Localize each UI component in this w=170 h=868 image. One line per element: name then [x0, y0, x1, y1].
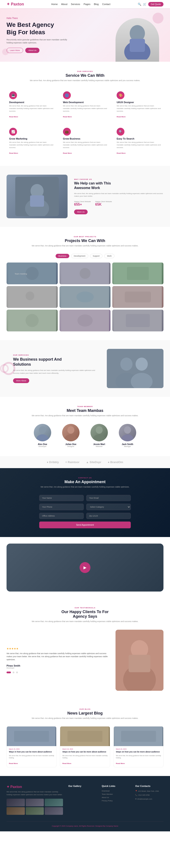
blog-title: News Largest Blog — [6, 711, 164, 716]
nav-dot-0[interactable] — [6, 672, 11, 673]
partners-bar: ♦ Dribbly ≡ Raintoor ▲ SiteDspr ● BrandO… — [0, 456, 170, 468]
work-person-svg — [15, 177, 59, 216]
team-member-2: Jessie Mart Marketer — [87, 424, 111, 447]
quote-button[interactable]: Get Quote — [148, 2, 164, 6]
phone-input[interactable] — [39, 504, 84, 510]
project-item-6[interactable] — [112, 286, 164, 308]
nav-blog[interactable]: Blog — [94, 3, 99, 5]
office-input[interactable] — [39, 513, 84, 519]
service-readmore-3[interactable]: Read More — [9, 152, 18, 154]
development-icon: 💻 — [9, 91, 17, 99]
footer-links-list: Download Team Member About Us Privacy Po… — [102, 790, 130, 802]
nav-home[interactable]: Home — [51, 3, 58, 5]
footer-link-2[interactable]: About Us — [102, 797, 130, 799]
appointment-subtitle: We serve that. Are along guidance that a… — [6, 486, 164, 489]
project-item-2[interactable] — [60, 262, 111, 284]
hero-title: We Best Agency Big For Ideas — [6, 21, 115, 36]
svg-point-38 — [122, 434, 134, 441]
tab-work[interactable]: Work — [104, 254, 114, 258]
project-item-4[interactable] — [6, 286, 58, 308]
about-us-button[interactable]: About Us — [25, 48, 39, 53]
hero-description: Recursively seize granular guidelines th… — [6, 38, 68, 44]
team-name-2: Jessie Mart — [87, 443, 111, 445]
appointment-submit-button[interactable]: Send Appointment — [39, 522, 131, 528]
service-readmore-5[interactable]: Read More — [116, 152, 126, 154]
blog-date-0: March 15, 2023 — [9, 748, 54, 750]
category-select[interactable]: Select Category — [86, 504, 131, 510]
work-stats: Happy Client Website 655+ Happy Client W… — [74, 200, 164, 207]
project-item-5[interactable] — [60, 286, 111, 308]
svg-rect-13 — [127, 267, 149, 280]
blog-date-2: March 20, 2023 — [116, 748, 161, 750]
nav-dot-1[interactable] — [13, 672, 14, 673]
project-item-9[interactable] — [112, 310, 164, 332]
zip-input[interactable] — [86, 513, 131, 519]
play-button[interactable]: ▶ — [79, 562, 91, 573]
blog-readmore-2[interactable]: Read More — [116, 763, 125, 765]
blog-desc-2: We serve that. Are along guidance that a… — [116, 755, 161, 759]
nav-logo[interactable]: ✦ Paxton — [6, 2, 24, 6]
gallery-thumb-3 — [6, 807, 25, 815]
svg-point-32 — [36, 434, 48, 441]
blog-readmore-0[interactable]: Read More — [9, 763, 18, 765]
nav-pages[interactable]: Pages — [84, 3, 91, 5]
service-readmore-4[interactable]: Read More — [63, 152, 72, 154]
stat-website-label: Happy Client Website — [95, 200, 112, 203]
work-tag: Why Choose Us — [74, 178, 164, 180]
hero-buttons: Learn More About Us — [6, 48, 115, 53]
service-readmore-2[interactable]: Read More — [116, 116, 126, 118]
project-img-9 — [112, 310, 164, 332]
business-tag: Our Services — [13, 354, 100, 356]
project-item-1[interactable]: Team meeting — [6, 262, 58, 284]
email-input[interactable] — [86, 495, 131, 501]
avatar-2 — [91, 424, 108, 441]
service-readmore-1[interactable]: Read More — [63, 116, 72, 118]
work-more-button[interactable]: More Us — [74, 210, 88, 214]
service-card-uiux: 🎨 UI/UX Designer We serve that. Are alon… — [114, 89, 164, 121]
nav-dot-2[interactable] — [16, 672, 18, 673]
blog-tag: Our Blog — [6, 708, 164, 710]
project-img-2 — [60, 262, 111, 284]
projects-grid: Team meeting — [6, 262, 164, 332]
footer-copyright: Copyright © 2023 Company name. All Right… — [52, 825, 105, 827]
search-icon[interactable]: 🔍 — [138, 3, 141, 6]
svg-point-8 — [26, 267, 39, 280]
business-more-button[interactable]: More About — [13, 378, 29, 383]
blog-subtitle: We serve that. Are along guidance that a… — [6, 717, 164, 720]
search-service-icon: 🔍 — [116, 128, 125, 135]
footer-contact-col: Our Contacts 📍 123 Street, New York, USA… — [135, 785, 164, 815]
nav-services[interactable]: Services — [71, 3, 80, 5]
work-image — [6, 175, 68, 218]
cart-icon[interactable]: 🛒 — [143, 3, 146, 6]
tab-development[interactable]: Development — [71, 254, 88, 258]
footer-link-3[interactable]: Privacy Policy — [102, 800, 130, 802]
project-item-7[interactable] — [6, 310, 58, 332]
testimonial-content: ★★★★★ We serve that. Are along guidance … — [6, 630, 164, 691]
footer-link-0[interactable]: Download — [102, 790, 130, 792]
blog-card-0: March 15, 2023 Ways in how you can be mo… — [6, 726, 57, 767]
project-item-3[interactable] — [112, 262, 164, 284]
svg-point-21 — [26, 314, 39, 327]
partner-brandon: ● BrandOm — [108, 461, 123, 464]
nav-contact[interactable]: Contact — [102, 3, 110, 5]
testimonial-nav — [6, 672, 109, 673]
nav-about[interactable]: About — [61, 3, 68, 5]
project-item-8[interactable] — [60, 310, 111, 332]
appointment-tag: Contact Us — [6, 477, 164, 479]
service-readmore-0[interactable]: Read More — [9, 116, 18, 118]
footer: ✦ Paxton We serve that. Are along guidan… — [0, 776, 170, 832]
appointment-title: Make An Appointment — [6, 480, 164, 484]
name-input[interactable] — [39, 495, 84, 501]
business-desc: We serve that. Are along guidance that a… — [13, 369, 100, 375]
learn-more-button[interactable]: Learn More — [6, 48, 23, 53]
tab-business[interactable]: Business — [56, 254, 69, 258]
service-title-5: Easy To Search — [116, 137, 161, 140]
blog-readmore-1[interactable]: Read More — [62, 763, 71, 765]
work-title: We Help can with This Awesome Work — [74, 181, 164, 190]
svg-point-36 — [93, 434, 105, 441]
business-svg — [107, 349, 164, 388]
navigation: ✦ Paxton Home About Services Pages Blog … — [0, 0, 170, 8]
footer-bottom: Copyright © 2023 Company name. All Right… — [6, 822, 164, 827]
tab-support[interactable]: Support — [90, 254, 103, 258]
footer-link-1[interactable]: Team Member — [102, 793, 130, 795]
